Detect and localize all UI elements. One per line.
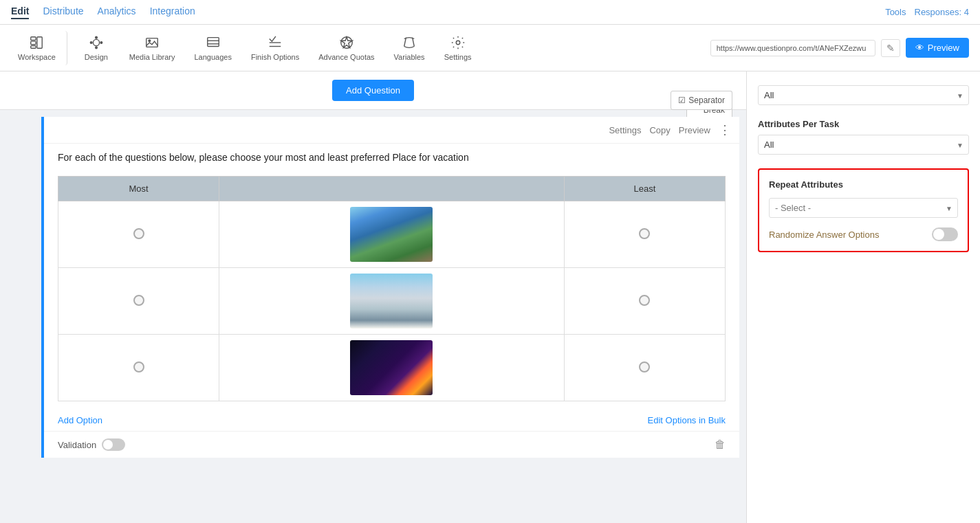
image-cell-2: [219, 268, 565, 335]
most-radio-2[interactable]: [58, 268, 219, 335]
most-radio-1[interactable]: [58, 201, 219, 268]
separator-icon: ☑: [678, 96, 686, 105]
survey-url-input[interactable]: [710, 40, 875, 56]
edit-bulk-link[interactable]: Edit Options in Bulk: [648, 415, 726, 425]
choice-table: Most Least: [58, 176, 726, 401]
all-dropdown-wrapper-2: All: [758, 135, 969, 155]
design-icon: [89, 35, 104, 50]
top-nav-links: Edit Distribute Analytics Integration: [11, 5, 195, 19]
add-option-link[interactable]: Add Option: [58, 415, 102, 425]
finish-options-label: Finish Options: [251, 53, 299, 61]
radio-circle: [639, 228, 650, 239]
media-library-button[interactable]: Media Library: [122, 31, 182, 65]
radio-circle: [639, 295, 650, 306]
svg-rect-3: [37, 36, 42, 48]
repeat-select-wrapper: - Select -: [769, 198, 958, 218]
image-header: [219, 177, 565, 201]
advance-quotas-label: Advance Quotas: [318, 53, 374, 61]
media-library-label: Media Library: [129, 53, 175, 61]
languages-button[interactable]: Languages: [187, 31, 238, 65]
nav-edit[interactable]: Edit: [11, 5, 29, 19]
design-button[interactable]: Design: [76, 31, 117, 65]
variables-label: Variables: [394, 53, 425, 61]
least-radio-1[interactable]: [564, 201, 725, 268]
attributes-per-task-label: Attributes Per Task: [758, 119, 969, 129]
randomize-row: Randomize Answer Options: [769, 227, 958, 241]
top-nav: Edit Distribute Analytics Integration To…: [0, 0, 980, 25]
languages-icon: [206, 35, 221, 50]
toolbar: Workspace Design Media Library Languages: [0, 25, 980, 71]
more-options-icon[interactable]: ⋮: [719, 122, 731, 137]
bottom-actions: Add Option Edit Options in Bulk: [44, 410, 739, 431]
languages-label: Languages: [194, 53, 231, 61]
radio-circle: [639, 361, 650, 372]
repeat-attributes-box: Repeat Attributes - Select - Randomize A…: [758, 168, 969, 252]
canvas-outer: Q2 Settings Copy Preview ⋮ For each of t…: [0, 117, 746, 458]
preview-link[interactable]: Preview: [679, 125, 710, 135]
svg-point-4: [93, 39, 99, 45]
image-1: [350, 207, 433, 262]
least-radio-2[interactable]: [564, 268, 725, 335]
radio-circle: [133, 228, 144, 239]
image-inner: [350, 340, 433, 395]
question-block: Settings Copy Preview ⋮ For each of the …: [41, 117, 739, 458]
advance-quotas-button[interactable]: Advance Quotas: [312, 31, 381, 65]
table-row: [58, 335, 726, 401]
least-radio-3[interactable]: [564, 335, 725, 401]
sidebar-top-section: All: [747, 78, 980, 112]
separator-button[interactable]: ☑ Separator: [671, 91, 732, 110]
nav-distribute[interactable]: Distribute: [43, 5, 83, 19]
copy-link[interactable]: Copy: [649, 125, 670, 135]
settings-button[interactable]: Settings: [437, 31, 479, 65]
svg-rect-2: [31, 45, 36, 48]
svg-point-5: [95, 36, 97, 38]
media-library-icon: [144, 35, 160, 50]
sidebar: All Attributes Per Task All Repeat Attri…: [746, 71, 980, 523]
settings-link[interactable]: Settings: [609, 125, 641, 135]
all-dropdown-2[interactable]: All: [758, 135, 969, 155]
svg-rect-1: [31, 41, 36, 45]
least-header: Least: [564, 177, 725, 201]
radio-circle: [133, 295, 144, 306]
top-nav-right: Tools Responses: 4: [885, 7, 969, 17]
validation-label: Validation: [58, 438, 125, 451]
workspace-button[interactable]: Workspace: [11, 31, 67, 65]
all-dropdown-1[interactable]: All: [758, 85, 969, 105]
question-text: For each of the questions below, please …: [44, 144, 739, 176]
svg-point-16: [341, 36, 353, 48]
all-dropdown-wrapper-1: All: [758, 85, 969, 105]
image-inner: [350, 207, 433, 262]
settings-icon: [450, 35, 466, 50]
eye-icon: 👁: [915, 43, 924, 53]
validation-row: Validation 🗑: [44, 431, 739, 458]
add-question-button[interactable]: Add Question: [332, 80, 414, 101]
nav-integration[interactable]: Integration: [150, 5, 195, 19]
finish-options-button[interactable]: Finish Options: [244, 31, 306, 65]
svg-point-6: [95, 46, 97, 48]
image-cell-3: [219, 335, 565, 401]
repeat-select[interactable]: - Select -: [769, 198, 958, 218]
repeat-attributes-title: Repeat Attributes: [769, 179, 958, 190]
question-header: Settings Copy Preview ⋮: [44, 117, 739, 144]
randomize-toggle[interactable]: [932, 227, 958, 241]
variables-button[interactable]: Variables: [387, 31, 432, 65]
radio-circle: [133, 361, 144, 372]
attributes-per-task-section: Attributes Per Task All: [747, 112, 980, 162]
image-cell-1: [219, 201, 565, 268]
settings-label: Settings: [444, 53, 472, 61]
validation-toggle[interactable]: [102, 438, 125, 451]
delete-question-icon[interactable]: 🗑: [715, 438, 726, 451]
nav-analytics[interactable]: Analytics: [98, 5, 136, 19]
advance-quotas-icon: [339, 35, 354, 50]
canvas-inner: Q2 Settings Copy Preview ⋮ For each of t…: [7, 117, 739, 458]
svg-point-10: [149, 39, 151, 41]
url-edit-icon[interactable]: ✎: [881, 39, 900, 57]
preview-button[interactable]: 👁 Preview: [906, 38, 969, 58]
responses-count: Responses: 4: [915, 7, 970, 17]
randomize-label: Randomize Answer Options: [769, 230, 879, 240]
workspace-icon: [29, 35, 44, 50]
most-radio-3[interactable]: [58, 335, 219, 401]
svg-rect-0: [31, 36, 36, 40]
tools-button[interactable]: Tools: [885, 7, 906, 17]
finish-options-icon: [268, 35, 283, 50]
